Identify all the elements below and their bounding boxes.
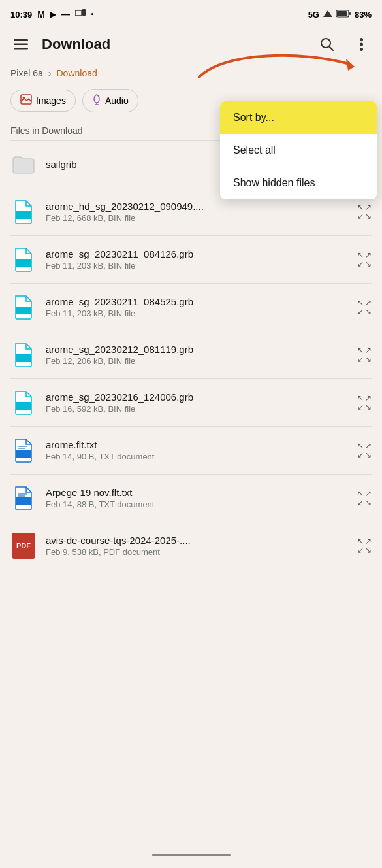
breadcrumb: Pixel 6a › Download [0,63,382,84]
bin-file-icon [10,245,37,274]
file-meta: Feb 9, 538 kB, PDF document [46,547,348,557]
dropdown-select-all[interactable]: Select all [220,134,377,167]
svg-rect-5 [349,12,351,15]
audio-chip-icon [92,93,101,108]
svg-rect-27 [16,497,31,505]
svg-point-11 [360,38,363,41]
dropdown-show-hidden[interactable]: Show hidden files [220,167,377,199]
file-name: arome_sg_20230216_124006.grb [46,392,348,403]
file-info: Arpege 19 nov.flt.txt Feb 14, 88 B, TXT … [46,487,348,509]
file-info: arome_sg_20230216_124006.grb Feb 16, 592… [46,392,348,414]
audio-chip-label: Audio [105,95,129,106]
svg-rect-21 [16,307,31,314]
expand-icon[interactable]: ↖ ↗ ↙ ↘ [357,442,372,459]
expand-icon[interactable]: ↖ ↗ ↙ ↘ [357,203,372,220]
breadcrumb-separator: › [48,68,52,78]
svg-point-12 [360,43,363,46]
svg-rect-8 [14,48,28,50]
network-label: 5G [308,10,319,20]
list-item[interactable]: arome.flt.txt Feb 14, 90 B, TXT document… [0,427,382,474]
scrollbar-indicator[interactable] [152,854,231,856]
file-meta: Feb 12, 668 kB, BIN file [46,213,348,223]
txt-file-icon [10,484,37,512]
svg-rect-20 [16,259,31,267]
more-options-button[interactable] [348,31,374,58]
bin-file-icon [10,197,37,226]
signal-icon [323,9,332,20]
file-meta: Feb 16, 592 kB, BIN file [46,404,348,414]
list-item[interactable]: arome_sg_20230216_124006.grb Feb 16, 592… [0,379,382,426]
svg-rect-1 [82,9,86,16]
breadcrumb-current[interactable]: Download [56,68,97,78]
file-meta: Feb 14, 90 B, TXT document [46,452,348,461]
time: 10:39 [10,10,32,20]
file-meta: Feb 14, 88 B, TXT document [46,499,348,509]
cast-icon [75,9,86,20]
chip-audio[interactable]: Audio [82,89,138,112]
arrow-downleft: ↙ [357,212,364,220]
file-list: sailgrib arome_hd_sg_20230212_090949....… [0,141,382,569]
toolbar: Download [0,26,382,63]
file-name: arome_hd_sg_20230212_090949.... [46,201,348,212]
list-item[interactable]: Arpege 19 nov.flt.txt Feb 14, 88 B, TXT … [0,475,382,522]
file-info: arome_sg_20230211_084525.grb Feb 11, 203… [46,296,348,318]
menu-button[interactable] [8,31,34,58]
play-icon: ▶ [50,10,56,19]
battery-icon [336,10,351,20]
battery-percent: 83% [355,10,372,20]
show-hidden-label: Show hidden files [233,177,315,189]
file-name: arome_sg_20230211_084525.grb [46,296,348,307]
chip-images[interactable]: Images [10,90,76,112]
folder-icon [10,150,37,178]
file-info: arome_sg_20230211_084126.grb Feb 11, 203… [46,248,348,271]
svg-line-10 [329,46,333,50]
breadcrumb-root[interactable]: Pixel 6a [10,68,43,78]
file-info: arome_sg_20230212_081119.grb Feb 12, 206… [46,344,348,366]
file-name: arome_sg_20230211_084126.grb [46,248,348,259]
svg-rect-6 [14,39,28,41]
svg-rect-0 [75,10,82,16]
file-meta: Feb 11, 203 kB, BIN file [46,261,348,271]
svg-marker-2 [323,10,332,17]
status-left: 10:39 M ▶ — · [10,9,94,20]
status-right: 5G 83% [308,9,372,20]
gmail-icon: M [37,9,45,20]
arrow-upright: ↗ [365,203,372,211]
status-bar: 10:39 M ▶ — · 5G 83% [0,0,382,26]
expand-icon[interactable]: ↖ ↗ ↙ ↘ [357,490,372,507]
file-info: avis-de-course-tqs-2024-2025-.... Feb 9,… [46,535,348,557]
file-meta: Feb 12, 206 kB, BIN file [46,356,348,366]
list-item[interactable]: arome_sg_20230212_081119.grb Feb 12, 206… [0,331,382,378]
file-name: avis-de-course-tqs-2024-2025-.... [46,535,348,546]
minus-icon: — [61,9,70,20]
svg-rect-4 [337,11,347,16]
select-all-label: Select all [233,144,276,156]
bin-file-icon [10,341,37,369]
file-name: Arpege 19 nov.flt.txt [46,487,348,498]
arrow-downright: ↘ [365,212,372,220]
images-chip-label: Images [36,95,66,106]
pdf-file-icon: PDF [10,531,37,560]
expand-icon[interactable]: ↖ ↗ ↙ ↘ [357,251,372,268]
expand-icon[interactable]: ↖ ↗ ↙ ↘ [357,394,372,411]
expand-icon[interactable]: ↖ ↗ ↙ ↘ [357,346,372,363]
txt-file-icon [10,436,37,465]
search-button[interactable] [314,31,340,58]
svg-rect-24 [16,450,31,458]
svg-point-13 [360,48,363,51]
bin-file-icon [10,293,37,322]
expand-icon[interactable]: ↖ ↗ ↙ ↘ [357,299,372,316]
expand-icon[interactable]: ↖ ↗ ↙ ↘ [357,537,372,554]
svg-rect-23 [16,402,31,410]
list-item[interactable]: PDF avis-de-course-tqs-2024-2025-.... Fe… [0,522,382,569]
dropdown-sort-by[interactable]: Sort by... [220,101,377,134]
list-item[interactable]: arome_sg_20230211_084525.grb Feb 11, 203… [0,284,382,331]
file-info: arome_hd_sg_20230212_090949.... Feb 12, … [46,201,348,223]
file-meta: Feb 11, 203 kB, BIN file [46,309,348,318]
bin-file-icon [10,388,37,417]
page-title: Download [42,36,306,53]
file-name: arome_sg_20230212_081119.grb [46,344,348,355]
dropdown-menu: Sort by... Select all Show hidden files [220,101,377,199]
svg-rect-7 [14,44,28,46]
list-item[interactable]: arome_sg_20230211_084126.grb Feb 11, 203… [0,236,382,283]
